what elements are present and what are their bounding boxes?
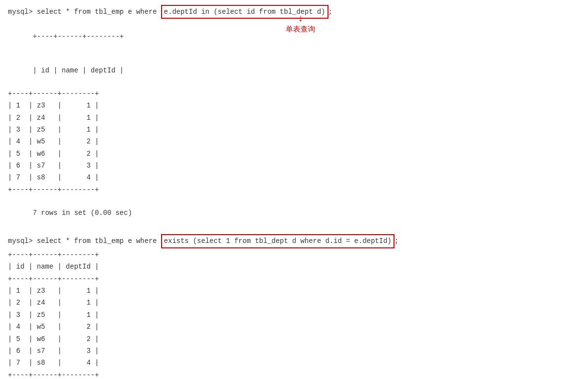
table1-row-2: | 2 | z4 | 1 | <box>8 112 580 123</box>
table1-sep: +----+------+--------+ <box>8 88 580 99</box>
table1-row-4: | 4 | w5 | 2 | <box>8 136 580 147</box>
table2-row-4: | 4 | w5 | 2 | <box>8 321 580 332</box>
main-container: mysql> select * from tbl_emp e where e.d… <box>0 0 588 379</box>
table2-cols: | id | name | deptId | <box>8 261 580 272</box>
table1-header-line: +----+------+--------+ <box>33 33 124 40</box>
query2-highlighted: exists (select 1 from tbl_dept d where d… <box>161 234 394 248</box>
query2-line: mysql> select * from tbl_emp e where exi… <box>8 234 580 248</box>
table1-footer-text: 7 rows in set (0.00 sec) <box>33 209 132 217</box>
query1-prefix: mysql> select * from tbl_emp e where <box>8 6 161 17</box>
table1-row-7: | 7 | s8 | 4 | <box>8 172 580 183</box>
table2-row-3: | 3 | z5 | 1 | <box>8 310 580 320</box>
table1-row-6: | 6 | s7 | 3 | <box>8 160 580 171</box>
table2-row-7: | 7 | s8 | 4 | <box>8 357 580 368</box>
query2-suffix: ; <box>394 236 398 246</box>
table1-cols: | id | name | deptId | <box>8 54 580 87</box>
table2-footer-line: +----+------+--------+ <box>8 370 580 379</box>
table2-sep: +----+------+--------+ <box>8 274 580 284</box>
table2-header-line: +----+------+--------+ <box>8 249 580 260</box>
table1-row-5: | 5 | w6 | 2 | <box>8 148 580 159</box>
table2-row-6: | 6 | s7 | 3 | <box>8 345 580 356</box>
query1-suffix: ; <box>328 6 332 17</box>
table1-row-3: | 3 | z5 | 1 | <box>8 124 580 135</box>
query2-section: mysql> select * from tbl_emp e where exi… <box>8 234 580 379</box>
table1-col-labels: | id | name | deptId | <box>33 67 124 74</box>
table2-row-2: | 2 | z4 | 1 | <box>8 297 580 308</box>
annotation-label: 单表查询 <box>286 25 315 34</box>
annotation-arrow: ↓ <box>297 14 303 24</box>
annotation-area: ↓ 单表查询 <box>286 14 315 34</box>
query1-section: mysql> select * from tbl_emp e where e.d… <box>8 5 580 229</box>
table1-result-count: 7 rows in set (0.00 sec) <box>8 196 580 229</box>
query2-prefix: mysql> select * from tbl_emp e where <box>8 236 161 246</box>
table1-row-1: | 1 | z3 | 1 | <box>8 100 580 111</box>
table2-row-5: | 5 | w6 | 2 | <box>8 334 580 345</box>
table2-row-1: | 1 | z3 | 1 | <box>8 285 580 296</box>
table1-footer-line: +----+------+--------+ <box>8 184 580 195</box>
